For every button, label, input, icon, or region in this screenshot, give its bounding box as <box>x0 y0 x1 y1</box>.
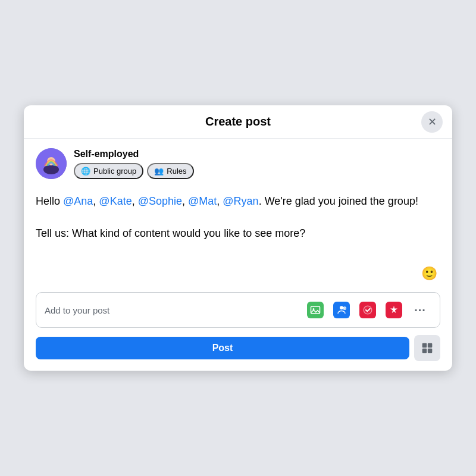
svg-point-5 <box>340 306 343 309</box>
svg-rect-3 <box>311 306 320 314</box>
svg-rect-12 <box>422 343 427 348</box>
people-icon: 👥 <box>154 167 164 176</box>
add-icons: ··· <box>304 299 431 321</box>
mention-sophie[interactable]: @Sophie <box>138 195 182 207</box>
mention-mat[interactable]: @Mat <box>188 195 217 207</box>
avatar <box>36 148 67 179</box>
smiley-icon: 🙂 <box>421 266 437 281</box>
user-badges: 🌐 Public group 👥 Rules <box>74 163 194 179</box>
feeling-activity-button[interactable] <box>383 299 405 321</box>
photo-icon <box>307 302 324 318</box>
svg-rect-14 <box>422 349 427 353</box>
tag-people-button[interactable] <box>330 299 353 321</box>
grid-icon <box>421 342 433 354</box>
photo-video-button[interactable] <box>304 299 327 321</box>
modal-header: Create post ✕ <box>24 105 452 139</box>
live-video-button[interactable] <box>356 299 379 321</box>
modal-title: Create post <box>205 115 271 129</box>
post-line1: Hello @Ana, @Kate, @Sophie, @Mat, @Ryan.… <box>36 193 440 209</box>
grid-view-button[interactable] <box>414 335 440 361</box>
ellipsis-icon: ··· <box>414 303 426 317</box>
mention-ana[interactable]: @Ana <box>63 195 93 207</box>
add-to-post-label: Add to your post <box>45 305 109 315</box>
mention-ryan[interactable]: @Ryan <box>223 195 258 207</box>
close-icon: ✕ <box>428 115 437 129</box>
emoji-button[interactable]: 🙂 <box>418 262 440 285</box>
tag-icon <box>333 302 350 318</box>
close-button[interactable]: ✕ <box>421 111 443 133</box>
post-button[interactable]: Post <box>36 337 409 359</box>
activity-icon <box>386 302 402 318</box>
svg-rect-15 <box>428 349 433 353</box>
more-options-button[interactable]: ··· <box>409 299 431 321</box>
svg-point-1 <box>43 165 59 174</box>
user-name: Self-employed <box>74 149 194 159</box>
public-group-label: Public group <box>93 167 136 176</box>
globe-icon: 🌐 <box>81 167 90 176</box>
user-details: Self-employed 🌐 Public group 👥 Rules <box>74 149 194 179</box>
svg-rect-13 <box>428 343 433 348</box>
rules-badge[interactable]: 👥 Rules <box>147 163 193 179</box>
post-line2: Tell us: What kind of content would you … <box>36 226 440 242</box>
user-info: Self-employed 🌐 Public group 👥 Rules <box>36 148 440 179</box>
video-icon <box>359 302 376 318</box>
rules-label: Rules <box>167 167 186 176</box>
post-after: . We're glad you joined the group! <box>259 195 418 207</box>
public-group-badge[interactable]: 🌐 Public group <box>74 163 143 179</box>
post-hello: Hello <box>36 195 63 207</box>
mention-kate[interactable]: @Kate <box>99 195 131 207</box>
modal-body: Self-employed 🌐 Public group 👥 Rules Hel… <box>24 139 452 371</box>
create-post-modal: Create post ✕ <box>24 105 452 371</box>
emoji-row: 🙂 <box>36 260 440 292</box>
add-to-post-bar: Add to your post <box>36 292 440 328</box>
post-content[interactable]: Hello @Ana, @Kate, @Sophie, @Mat, @Ryan.… <box>36 189 440 260</box>
bottom-row: Post <box>36 335 440 361</box>
